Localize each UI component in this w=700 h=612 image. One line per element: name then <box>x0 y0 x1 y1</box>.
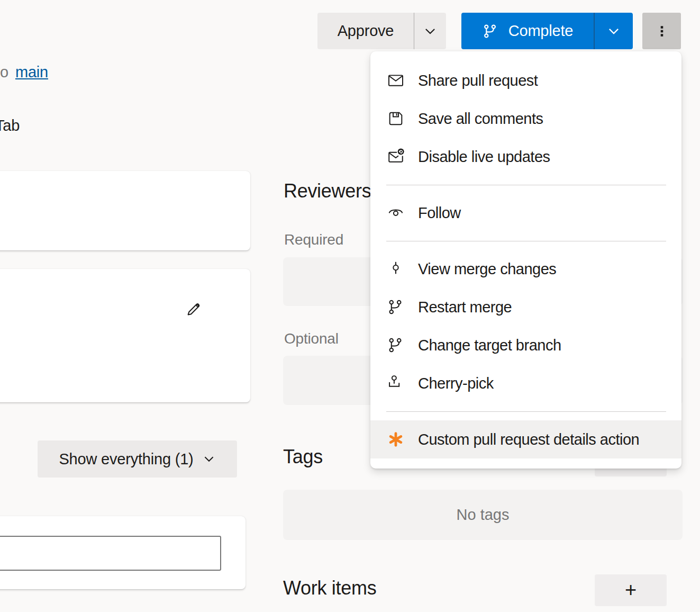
menu-divider <box>386 411 666 412</box>
complete-split-button: Complete <box>461 13 633 49</box>
menu-item-label: Disable live updates <box>418 148 550 166</box>
ellipsis-vertical-icon <box>654 23 670 39</box>
menu-item-label: Custom pull request details action <box>418 431 639 448</box>
menu-item-label: Change target branch <box>418 337 561 354</box>
menu-item-change-target-branch[interactable]: Change target branch <box>370 326 681 364</box>
menu-divider <box>386 185 666 185</box>
menu-item-label: View merge changes <box>418 260 556 278</box>
comment-input[interactable] <box>0 536 221 571</box>
approve-dropdown-button[interactable] <box>414 13 446 49</box>
work-items-title: Work items <box>283 577 376 599</box>
breadcrumb-source-tail: o <box>0 64 8 80</box>
menu-item-disable-live-updates[interactable]: Disable live updates <box>370 138 681 176</box>
mail-icon <box>387 71 405 89</box>
target-branch-link[interactable]: main <box>15 64 48 80</box>
extension-icon <box>387 430 405 448</box>
show-everything-label: Show everything (1) <box>59 451 193 468</box>
save-icon <box>387 110 405 128</box>
tags-title: Tags <box>283 446 323 468</box>
chevron-down-icon <box>423 24 438 39</box>
reviewers-optional-label: Optional <box>284 330 339 347</box>
reviewers-title: Reviewers <box>284 180 371 202</box>
menu-item-share-pull-request[interactable]: Share pull request <box>370 61 681 100</box>
cherry-pick-icon <box>387 374 405 392</box>
menu-item-label: Cherry-pick <box>418 375 494 392</box>
chevron-down-icon <box>202 452 216 466</box>
menu-item-follow[interactable]: Follow <box>370 194 681 232</box>
branch-icon <box>482 23 499 40</box>
pull-request-details-page: { "breadcrumb": { "source_tail": "o", "t… <box>0 0 700 612</box>
no-tags-box: No tags <box>283 490 683 540</box>
approve-button[interactable]: Approve <box>317 13 414 49</box>
commit-icon <box>387 260 405 278</box>
menu-item-label: Follow <box>418 204 461 222</box>
tab-label: Tab <box>0 117 20 134</box>
complete-button[interactable]: Complete <box>461 13 594 49</box>
branch-icon <box>387 336 405 354</box>
eye-icon <box>387 204 405 222</box>
show-everything-filter[interactable]: Show everything (1) <box>38 440 237 478</box>
menu-divider <box>386 241 666 241</box>
menu-item-custom-pull-request-details-action[interactable]: Custom pull request details action <box>370 420 681 458</box>
no-tags-text: No tags <box>457 506 510 524</box>
branch-icon <box>387 298 405 316</box>
chevron-down-icon <box>606 24 621 39</box>
menu-item-label: Restart merge <box>418 299 512 316</box>
add-work-item-button[interactable]: + <box>595 574 667 606</box>
menu-item-cherry-pick[interactable]: Cherry-pick <box>370 364 681 402</box>
approve-split-button: Approve <box>317 13 446 49</box>
complete-dropdown-button[interactable] <box>595 13 633 49</box>
menu-item-save-all-comments[interactable]: Save all comments <box>370 100 681 138</box>
mail-sync-icon <box>387 148 405 166</box>
overview-card <box>0 171 250 250</box>
description-card <box>0 269 250 402</box>
plus-icon: + <box>625 580 637 600</box>
edit-description-button[interactable] <box>181 297 206 321</box>
complete-button-label: Complete <box>508 22 574 40</box>
breadcrumb: omain <box>0 64 48 81</box>
menu-item-label: Save all comments <box>418 110 543 128</box>
menu-item-label: Share pull request <box>418 72 538 89</box>
pencil-icon <box>185 301 202 318</box>
more-actions-button[interactable] <box>642 13 681 49</box>
reviewers-required-label: Required <box>284 231 343 248</box>
menu-item-restart-merge[interactable]: Restart merge <box>370 288 681 326</box>
menu-item-view-merge-changes[interactable]: View merge changes <box>370 250 681 288</box>
more-actions-menu: Share pull request Save all comments Dis… <box>370 51 681 469</box>
